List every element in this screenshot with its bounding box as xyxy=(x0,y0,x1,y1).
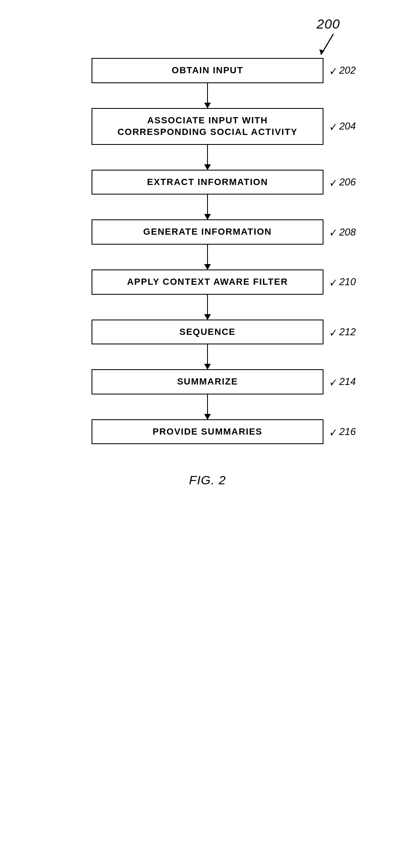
step-provide-summaries-text: PROVIDE SUMMARIES xyxy=(152,426,262,438)
svg-marker-9 xyxy=(331,233,333,236)
ref-arrow-icon-8 xyxy=(329,428,338,437)
svg-marker-11 xyxy=(331,283,333,286)
step-associate-input: ASSOCIATE INPUT WITH CORRESPONDING SOCIA… xyxy=(92,108,323,145)
svg-marker-15 xyxy=(331,382,333,385)
step-extract-info: EXTRACT INFORMATION 206 xyxy=(92,170,323,195)
ref-arrow-icon-5 xyxy=(329,279,338,287)
svg-marker-17 xyxy=(331,433,333,435)
figure-caption: FIG. 2 xyxy=(189,473,226,487)
ref-arrow-icon-6 xyxy=(329,329,338,337)
step-apply-filter-label: 210 xyxy=(329,276,356,288)
svg-marker-3 xyxy=(331,71,333,74)
svg-marker-5 xyxy=(331,127,333,130)
step-generate-info: GENERATE INFORMATION 208 xyxy=(92,219,323,245)
figure-number-area: 200 xyxy=(317,17,340,59)
diagram-container: 200 OBTAIN INPUT 202 ASSOCIATE INPUT WIT… xyxy=(63,25,352,487)
step-apply-filter: APPLY CONTEXT AWARE FILTER 210 xyxy=(92,269,323,295)
step-sequence: SEQUENCE 212 xyxy=(92,320,323,345)
step-obtain-input-label: 202 xyxy=(329,65,356,76)
arrow-4 xyxy=(207,245,208,269)
arrow-6 xyxy=(207,344,208,369)
step-associate-input-label: 204 xyxy=(329,120,356,132)
step-associate-input-text: ASSOCIATE INPUT WITH CORRESPONDING SOCIA… xyxy=(118,115,298,138)
svg-marker-13 xyxy=(331,333,333,336)
step-summarize-label: 214 xyxy=(329,376,356,387)
step-summarize-text: SUMMARIZE xyxy=(177,376,238,388)
arrow-7 xyxy=(207,394,208,419)
step-extract-info-label: 206 xyxy=(329,176,356,188)
ref-arrow-icon-2 xyxy=(329,123,338,131)
step-obtain-input: OBTAIN INPUT 202 xyxy=(92,58,323,83)
arrow-3 xyxy=(207,195,208,219)
ref-arrow-icon xyxy=(329,67,338,75)
svg-marker-7 xyxy=(331,183,333,186)
step-summarize: SUMMARIZE 214 xyxy=(92,369,323,394)
step-provide-summaries-label: 216 xyxy=(329,426,356,438)
figure-number: 200 xyxy=(317,17,340,32)
step-generate-info-text: GENERATE INFORMATION xyxy=(143,226,272,238)
step-generate-info-label: 208 xyxy=(329,226,356,238)
step-apply-filter-text: APPLY CONTEXT AWARE FILTER xyxy=(127,276,288,288)
step-obtain-input-text: OBTAIN INPUT xyxy=(172,65,244,77)
step-sequence-text: SEQUENCE xyxy=(179,326,235,338)
step-provide-summaries: PROVIDE SUMMARIES 216 xyxy=(92,419,323,445)
ref-arrow-icon-3 xyxy=(329,179,338,187)
arrow-5 xyxy=(207,295,208,320)
ref-arrow-icon-4 xyxy=(329,228,338,237)
step-sequence-label: 212 xyxy=(329,326,356,338)
arrow-2 xyxy=(207,145,208,170)
diagonal-arrow-icon xyxy=(317,32,338,59)
arrow-1 xyxy=(207,83,208,108)
page-container: 200 OBTAIN INPUT 202 ASSOCIATE INPUT WIT… xyxy=(0,0,415,868)
ref-arrow-icon-7 xyxy=(329,378,338,387)
step-extract-info-text: EXTRACT INFORMATION xyxy=(147,176,268,188)
